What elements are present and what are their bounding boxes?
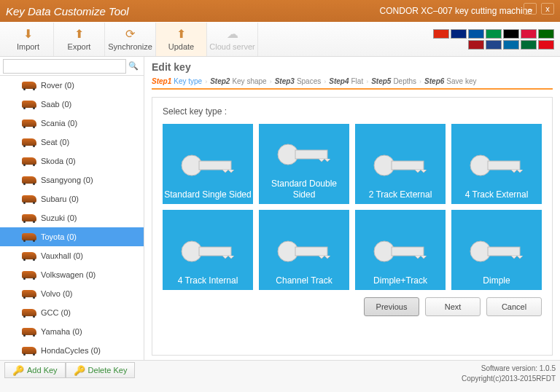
- brand-item[interactable]: Rover (0): [0, 76, 144, 95]
- key-type-tile[interactable]: Dimple+Track: [355, 210, 446, 290]
- key-illustration: [467, 233, 526, 270]
- cancel-button[interactable]: Cancel: [486, 297, 542, 316]
- key-illustration: [275, 136, 333, 173]
- brand-item[interactable]: Seat (0): [0, 133, 144, 152]
- brand-tree[interactable]: Rover (0)Saab (0)Scania (0)Seat (0)Skoda…: [0, 76, 144, 360]
- flag-nl[interactable]: [486, 40, 502, 50]
- flag-gb[interactable]: [451, 29, 467, 39]
- footer: 🔑Add Key 🔑Delete Key Software version: 1…: [0, 360, 560, 392]
- content-area: Edit key Step1Key type›Step2Key shape›St…: [144, 57, 560, 360]
- step-tab[interactable]: Step4Flat: [329, 77, 363, 85]
- flag-cn[interactable]: [433, 29, 449, 39]
- step-tab[interactable]: Step1Key type: [152, 77, 202, 85]
- update-button[interactable]: ⬆Update: [156, 23, 207, 56]
- brand-item[interactable]: Suzuki (0): [0, 208, 144, 227]
- car-icon: [22, 271, 36, 278]
- delete-key-button[interactable]: 🔑Delete Key: [66, 362, 136, 378]
- step-tab[interactable]: Step6Save key: [424, 77, 476, 85]
- key-type-grid: Standard Single SidedStandard Double Sid…: [163, 124, 542, 290]
- car-icon: [22, 309, 36, 316]
- key-type-tile[interactable]: Standard Double Sided: [259, 124, 349, 204]
- brand-item[interactable]: Yamaha (0): [0, 322, 144, 341]
- version-text: Software version: 1.0.5: [462, 364, 556, 374]
- svg-rect-1: [199, 161, 231, 170]
- flag-pl[interactable]: [521, 29, 537, 39]
- key-icon: 🔑: [74, 365, 85, 376]
- brand-label: Rover (0): [41, 81, 74, 90]
- brand-item[interactable]: Saab (0): [0, 95, 144, 114]
- flag-de[interactable]: [503, 29, 519, 39]
- brand-item[interactable]: Skoda (0): [0, 152, 144, 170]
- key-illustration: [467, 147, 526, 184]
- search-icon[interactable]: 🔍: [126, 61, 141, 71]
- search-input[interactable]: [3, 59, 126, 74]
- brand-label: GCC (0): [41, 308, 71, 317]
- title-bar: Key Data Customize Tool CONDOR XC–007 ke…: [0, 0, 560, 22]
- brand-item[interactable]: GCC (0): [0, 303, 144, 322]
- key-illustration: [179, 147, 237, 184]
- update-icon: ⬆: [176, 27, 186, 41]
- import-button[interactable]: ⬇Import: [3, 23, 54, 56]
- flag-tr[interactable]: [538, 40, 554, 50]
- key-type-tile[interactable]: Standard Single Sided: [163, 124, 253, 204]
- key-type-label: Standard Double Sided: [260, 179, 348, 200]
- key-type-label: 4 Track Internal: [178, 275, 238, 286]
- step-tab[interactable]: Step5Depths: [371, 77, 416, 85]
- key-type-tile[interactable]: 2 Track External: [355, 124, 446, 204]
- cloud-icon: ☁: [227, 27, 238, 41]
- car-icon: [22, 195, 36, 203]
- brand-item[interactable]: Volvo (0): [0, 284, 144, 303]
- sync-button[interactable]: ⟳Synchronize: [105, 23, 156, 56]
- flag-sa[interactable]: [521, 40, 537, 50]
- key-type-tile[interactable]: 4 Track External: [451, 124, 542, 204]
- key-type-label: 2 Track External: [369, 189, 432, 200]
- key-type-label: 4 Track External: [465, 189, 529, 200]
- copyright-text: Copyright(c)2013-2015RFDT: [462, 374, 556, 384]
- brand-label: Volkswagen (0): [41, 270, 96, 279]
- flag-fr[interactable]: [468, 29, 484, 39]
- flag-pt[interactable]: [538, 29, 554, 39]
- car-icon: [22, 328, 36, 335]
- add-key-button[interactable]: 🔑Add Key: [4, 362, 66, 378]
- key-type-tile[interactable]: 4 Track Internal: [163, 210, 253, 290]
- brand-item[interactable]: Volkswagen (0): [0, 265, 144, 284]
- brand-item[interactable]: HondaCycles (0): [0, 341, 144, 360]
- brand-label: Saab (0): [41, 100, 71, 109]
- flag-it[interactable]: [486, 29, 502, 39]
- key-type-panel: Select key type : Standard Single SidedS…: [152, 97, 553, 356]
- app-title: Key Data Customize Tool: [6, 5, 129, 17]
- key-type-tile[interactable]: Dimple: [451, 210, 542, 290]
- key-illustration: [371, 233, 429, 270]
- cloud-button: ☁Cloud server: [207, 23, 258, 56]
- brand-item[interactable]: Toyota (0): [0, 227, 144, 246]
- brand-item[interactable]: Scania (0): [0, 114, 144, 133]
- svg-rect-15: [488, 247, 520, 256]
- svg-rect-5: [392, 161, 424, 170]
- brand-label: Suzuki (0): [41, 213, 77, 222]
- svg-rect-13: [392, 247, 424, 256]
- car-icon: [22, 101, 36, 108]
- flag-sv[interactable]: [503, 40, 519, 50]
- close-button[interactable]: x: [541, 3, 554, 15]
- brand-label: Scania (0): [41, 119, 77, 128]
- car-icon: [22, 252, 36, 259]
- key-type-tile[interactable]: Channel Track: [259, 210, 349, 290]
- step-tab[interactable]: Step3Spaces: [275, 77, 322, 85]
- svg-rect-7: [488, 161, 520, 170]
- brand-item[interactable]: Vauxhall (0): [0, 246, 144, 265]
- flag-es[interactable]: [468, 40, 484, 50]
- brand-label: Skoda (0): [41, 157, 76, 165]
- next-button[interactable]: Next: [425, 297, 481, 316]
- brand-label: HondaCycles (0): [41, 346, 101, 355]
- export-icon: ⬆: [74, 27, 84, 41]
- step-tab[interactable]: Step2Key shape: [210, 77, 267, 85]
- minimize-button[interactable]: –: [524, 3, 537, 15]
- car-icon: [22, 233, 36, 240]
- language-flags: [433, 29, 557, 50]
- previous-button[interactable]: Previous: [364, 297, 419, 316]
- brand-item[interactable]: Subaru (0): [0, 189, 144, 208]
- export-button[interactable]: ⬆Export: [54, 23, 105, 56]
- brand-item[interactable]: Ssangyong (0): [0, 170, 144, 189]
- key-type-label: Channel Track: [276, 275, 332, 286]
- key-type-label: Dimple+Track: [373, 275, 427, 286]
